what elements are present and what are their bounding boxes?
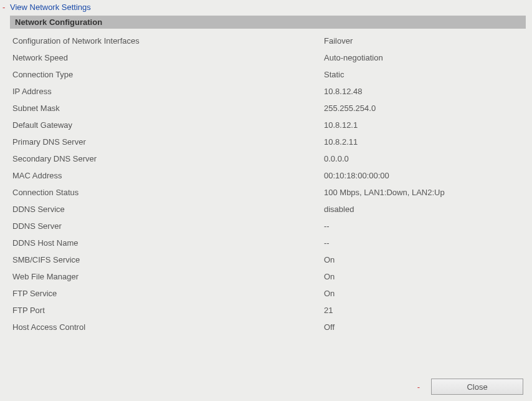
settings-row: DDNS Host Name-- xyxy=(12,234,526,251)
settings-row-value: -- xyxy=(324,238,526,248)
settings-row-label: DDNS Host Name xyxy=(12,238,324,248)
settings-row-value: 00:10:18:00:00:00 xyxy=(324,171,526,180)
settings-row-value: Static xyxy=(324,70,526,79)
settings-row-value: On xyxy=(324,289,526,298)
dialog-header: - View Network Settings xyxy=(0,0,532,16)
settings-row-value: 10.8.12.48 xyxy=(324,87,526,96)
settings-row-value: 255.255.254.0 xyxy=(324,104,526,113)
settings-row: IP Address10.8.12.48 xyxy=(12,83,526,100)
settings-row: Primary DNS Server10.8.2.11 xyxy=(12,133,526,150)
settings-row: FTP Port21 xyxy=(12,302,526,319)
settings-row: Web File ManagerOn xyxy=(12,268,526,285)
settings-row: SMB/CIFS ServiceOn xyxy=(12,251,526,268)
settings-row: DDNS Servicedisabled xyxy=(12,201,526,218)
settings-row-label: Primary DNS Server xyxy=(12,137,324,147)
settings-row-label: Connection Status xyxy=(12,188,324,197)
settings-row-value: 10.8.12.1 xyxy=(324,120,526,130)
settings-rows: Configuration of Network InterfacesFailo… xyxy=(0,29,532,336)
settings-row-value: Auto-negotiation xyxy=(324,53,526,62)
settings-row: Connection TypeStatic xyxy=(12,66,526,83)
settings-row-value: Failover xyxy=(324,36,526,46)
settings-row-label: IP Address xyxy=(12,87,324,96)
settings-row: Network SpeedAuto-negotiation xyxy=(12,49,526,66)
settings-row-label: DDNS Service xyxy=(12,205,324,214)
settings-row-value: On xyxy=(324,272,526,281)
settings-row-label: FTP Port xyxy=(12,306,324,315)
settings-row: DDNS Server-- xyxy=(12,218,526,234)
header-dash: - xyxy=(2,2,5,12)
settings-row-label: Subnet Mask xyxy=(12,104,324,113)
settings-row: Connection Status100 Mbps, LAN1:Down, LA… xyxy=(12,184,526,201)
settings-row-label: Configuration of Network Interfaces xyxy=(12,36,324,46)
settings-row-value: 0.0.0.0 xyxy=(324,154,526,163)
settings-row: Host Access ControlOff xyxy=(12,319,526,336)
settings-row-value: 100 Mbps, LAN1:Down, LAN2:Up xyxy=(324,188,526,197)
settings-row: Default Gateway10.8.12.1 xyxy=(12,117,526,133)
settings-row-label: Web File Manager xyxy=(12,272,324,281)
settings-row-value: On xyxy=(324,255,526,264)
settings-row-label: DDNS Server xyxy=(12,221,324,231)
dialog-footer: - Close xyxy=(417,379,523,395)
settings-row-label: Network Speed xyxy=(12,53,324,62)
settings-row-value: -- xyxy=(324,221,526,231)
footer-dash: - xyxy=(417,382,420,392)
settings-row-label: Host Access Control xyxy=(12,322,324,332)
settings-row-label: Default Gateway xyxy=(12,120,324,130)
settings-row: Configuration of Network InterfacesFailo… xyxy=(12,32,526,49)
settings-row: MAC Address00:10:18:00:00:00 xyxy=(12,167,526,184)
settings-row-label: FTP Service xyxy=(12,289,324,298)
settings-row-value: disabled xyxy=(324,205,526,214)
settings-row-label: SMB/CIFS Service xyxy=(12,255,324,264)
settings-row-label: Connection Type xyxy=(12,70,324,79)
close-button[interactable]: Close xyxy=(431,379,523,395)
settings-row: Subnet Mask255.255.254.0 xyxy=(12,100,526,117)
settings-row: Secondary DNS Server0.0.0.0 xyxy=(12,150,526,167)
view-network-settings-link[interactable]: View Network Settings xyxy=(10,2,91,12)
settings-row-value: 21 xyxy=(324,306,526,315)
settings-row-value: Off xyxy=(324,322,526,332)
settings-row: FTP ServiceOn xyxy=(12,285,526,302)
section-title: Network Configuration xyxy=(10,16,526,29)
settings-row-value: 10.8.2.11 xyxy=(324,137,526,147)
settings-row-label: Secondary DNS Server xyxy=(12,154,324,163)
settings-row-label: MAC Address xyxy=(12,171,324,180)
